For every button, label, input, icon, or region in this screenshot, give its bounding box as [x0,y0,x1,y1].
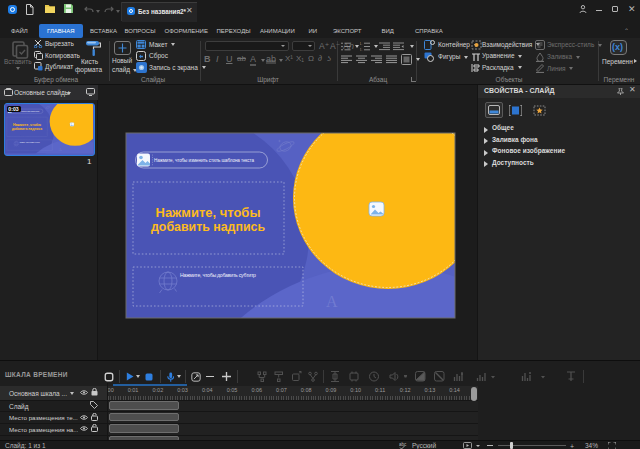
svg-text:2.: 2. [360,47,362,51]
svg-text:abc: abc [399,442,407,447]
svg-text:1.: 1. [360,42,362,46]
